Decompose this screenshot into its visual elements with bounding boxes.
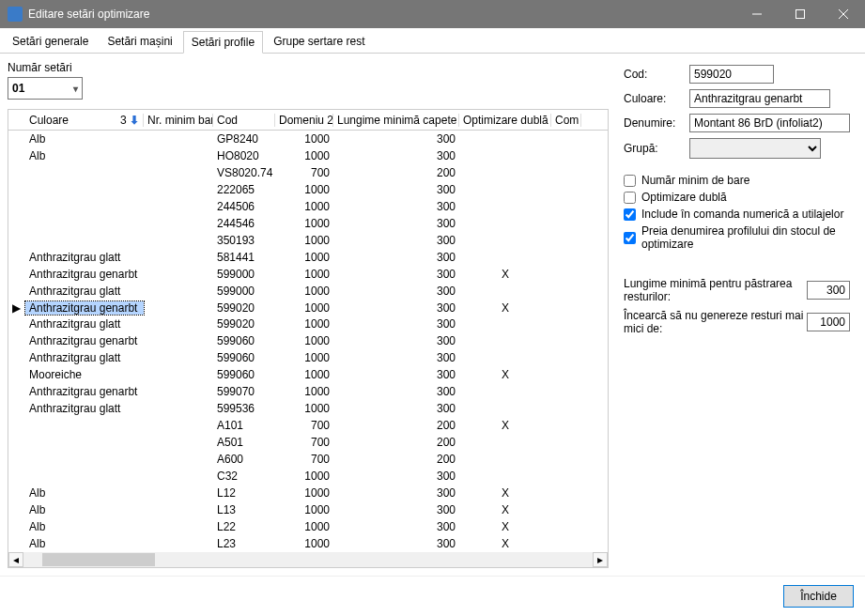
cell-lungime[interactable]: 300 — [333, 385, 459, 398]
table-row[interactable]: 2445061000300 — [8, 198, 608, 215]
table-row[interactable]: 2220651000300 — [8, 181, 608, 198]
culoare-field[interactable] — [689, 89, 830, 108]
cell-domeniu2[interactable]: 1000 — [275, 351, 333, 364]
cell-domeniu2[interactable]: 1000 — [275, 132, 333, 146]
cell-culoare[interactable]: Alb — [25, 503, 144, 516]
cell-cod[interactable]: 599070 — [213, 385, 275, 398]
cell-cod[interactable]: 599060 — [213, 368, 275, 381]
cell-domeniu2[interactable]: 1000 — [275, 486, 333, 500]
cell-domeniu2[interactable]: 1000 — [275, 402, 333, 415]
col-culoare[interactable]: Culoare 3 ⬇ — [25, 114, 144, 127]
cell-optimizare[interactable]: X — [459, 301, 551, 315]
cell-domeniu2[interactable]: 700 — [275, 436, 333, 449]
cell-cod[interactable]: 599060 — [213, 334, 275, 347]
cell-domeniu2[interactable]: 700 — [275, 419, 333, 432]
col-domeniu2[interactable]: Domeniu 2 — [275, 114, 333, 127]
cell-domeniu2[interactable]: 1000 — [275, 385, 333, 398]
cell-cod[interactable]: L13 — [213, 503, 275, 516]
cell-cod[interactable]: A501 — [213, 436, 275, 449]
scroll-thumb[interactable] — [42, 553, 155, 566]
cell-domeniu2[interactable]: 1000 — [275, 183, 333, 196]
cell-lungime[interactable]: 200 — [333, 453, 459, 466]
cell-domeniu2[interactable]: 1000 — [275, 537, 333, 550]
cell-culoare[interactable]: Alb — [25, 537, 144, 550]
cell-cod[interactable]: A600 — [213, 453, 275, 466]
cell-culoare[interactable]: Alb — [25, 132, 144, 146]
cell-lungime[interactable]: 300 — [333, 285, 459, 298]
cell-culoare[interactable]: Anthrazitgrau glatt — [25, 402, 144, 415]
cell-culoare[interactable]: Anthrazitgrau genarbt — [25, 301, 144, 315]
tab-grupe-sertare[interactable]: Grupe sertare rest — [265, 30, 373, 53]
col-optimizare[interactable]: Optimizare dublă — [459, 114, 551, 127]
inchide-button[interactable]: Închide — [783, 585, 854, 608]
table-row[interactable]: VS8020.74700200 — [8, 164, 608, 181]
cell-domeniu2[interactable]: 1000 — [275, 470, 333, 483]
cell-domeniu2[interactable]: 1000 — [275, 334, 333, 347]
cell-lungime[interactable]: 300 — [333, 301, 459, 315]
cell-domeniu2[interactable]: 1000 — [275, 268, 333, 281]
cell-cod[interactable]: 244506 — [213, 200, 275, 213]
cell-cod[interactable]: VS8020.74 — [213, 166, 275, 179]
cell-lungime[interactable]: 300 — [333, 234, 459, 247]
table-row[interactable]: 2445461000300 — [8, 215, 608, 232]
table-row[interactable]: Anthrazitgrau glatt5990601000300 — [8, 349, 608, 366]
cell-lungime[interactable]: 300 — [333, 217, 459, 230]
cell-optimizare[interactable]: X — [459, 520, 551, 533]
table-row[interactable]: A501700200 — [8, 434, 608, 451]
cell-domeniu2[interactable]: 1000 — [275, 520, 333, 533]
grupa-select[interactable] — [689, 138, 821, 159]
cod-field[interactable] — [689, 65, 774, 84]
col-com[interactable]: Com — [551, 114, 581, 127]
cell-domeniu2[interactable]: 1000 — [275, 368, 333, 381]
cell-culoare[interactable]: Anthrazitgrau genarbt — [25, 268, 144, 281]
cell-domeniu2[interactable]: 1000 — [275, 217, 333, 230]
cell-lungime[interactable]: 300 — [333, 149, 459, 162]
resturi-field[interactable] — [807, 313, 850, 331]
cell-optimizare[interactable]: X — [459, 503, 551, 516]
cell-lungime[interactable]: 300 — [333, 132, 459, 146]
cell-cod[interactable]: L22 — [213, 520, 275, 533]
table-row[interactable]: Anthrazitgrau genarbt5990701000300 — [8, 383, 608, 400]
cell-cod[interactable]: 599000 — [213, 268, 275, 281]
cell-cod[interactable]: 581441 — [213, 251, 275, 264]
table-row[interactable]: AlbL221000300X — [8, 518, 608, 535]
cell-lungime[interactable]: 300 — [333, 503, 459, 516]
cell-lungime[interactable]: 300 — [333, 351, 459, 364]
cell-cod[interactable]: HO8020 — [213, 149, 275, 162]
cell-optimizare[interactable]: X — [459, 486, 551, 500]
cell-optimizare[interactable]: X — [459, 368, 551, 381]
table-row[interactable]: Anthrazitgrau glatt5814411000300 — [8, 249, 608, 266]
cell-culoare[interactable]: Alb — [25, 149, 144, 162]
cell-culoare[interactable]: Anthrazitgrau genarbt — [25, 385, 144, 398]
cell-lungime[interactable]: 300 — [333, 251, 459, 264]
tab-setari-generale[interactable]: Setări generale — [4, 30, 97, 53]
table-row[interactable]: AlbHO80201000300 — [8, 147, 608, 164]
chk-numar-minim[interactable] — [624, 175, 636, 187]
cell-optimizare[interactable]: X — [459, 537, 551, 550]
table-row[interactable]: AlbL231000300X — [8, 535, 608, 552]
close-button[interactable] — [822, 0, 865, 28]
table-row[interactable]: A101700200X — [8, 417, 608, 434]
tab-setari-profile[interactable]: Setări profile — [183, 31, 263, 54]
cell-lungime[interactable]: 300 — [333, 486, 459, 500]
cell-cod[interactable]: 599536 — [213, 402, 275, 415]
cell-culoare[interactable]: Alb — [25, 486, 144, 500]
cell-optimizare[interactable]: X — [459, 268, 551, 281]
table-row[interactable]: 3501931000300 — [8, 232, 608, 249]
cell-cod[interactable]: L12 — [213, 486, 275, 500]
table-row[interactable]: Anthrazitgrau glatt5990201000300 — [8, 316, 608, 332]
cell-cod[interactable]: GP8240 — [213, 132, 275, 146]
cell-domeniu2[interactable]: 700 — [275, 166, 333, 179]
table-row[interactable]: AlbGP82401000300 — [8, 131, 608, 147]
cell-domeniu2[interactable]: 1000 — [275, 149, 333, 162]
cell-lungime[interactable]: 300 — [333, 520, 459, 533]
cell-cod[interactable]: 222065 — [213, 183, 275, 196]
cell-optimizare[interactable]: X — [459, 419, 551, 432]
table-row[interactable]: C321000300 — [8, 468, 608, 485]
col-nr-min-bare[interactable]: Nr. minim bare — [144, 114, 213, 127]
chk-preia-denumire[interactable] — [624, 232, 636, 244]
cell-cod[interactable]: A101 — [213, 419, 275, 432]
tab-setari-masini[interactable]: Setări mașini — [99, 30, 180, 53]
table-row[interactable]: Anthrazitgrau glatt5995361000300 — [8, 400, 608, 417]
cell-cod[interactable]: L23 — [213, 537, 275, 550]
